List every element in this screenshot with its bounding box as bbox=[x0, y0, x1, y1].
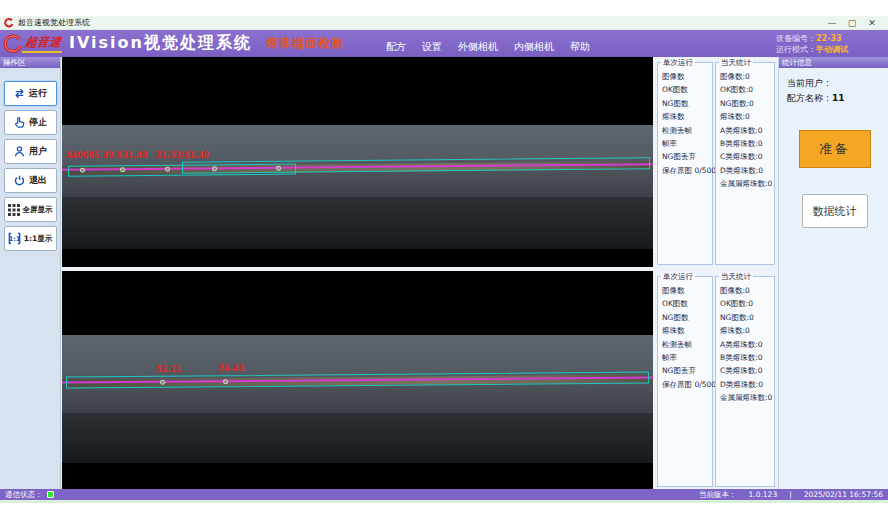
statusbar-separator: | bbox=[789, 490, 792, 499]
stat-value: 0 bbox=[745, 72, 750, 81]
stat-label: A类熔珠数: bbox=[720, 126, 758, 135]
stat-label: B类熔珠数: bbox=[720, 139, 758, 148]
stat-value: 0 bbox=[758, 139, 763, 148]
status-bar: 通信状态： 当前版本： 1.0.123 | 2025/02/11 16:57:5… bbox=[0, 489, 888, 500]
stat-label: NG图数 bbox=[662, 313, 688, 322]
stat-label: 图像数: bbox=[720, 286, 745, 295]
stat-value: 0 bbox=[758, 152, 763, 161]
close-icon[interactable]: ✕ bbox=[862, 18, 882, 28]
device-no-label: 设备编号： bbox=[776, 33, 816, 44]
menu-bar: 配方设置外侧相机内侧相机帮助 bbox=[386, 34, 590, 54]
current-user-label: 当前用户： bbox=[787, 78, 832, 88]
exit-icon bbox=[13, 174, 26, 187]
daily-stats-groupbox: 当天统计 图像数:0OK图数:0NG图数:0熔珠数:0A类熔珠数:0B类熔珠数:… bbox=[715, 62, 775, 265]
stat-label: 图像数 bbox=[662, 286, 685, 295]
menu-item[interactable]: 内侧相机 bbox=[514, 40, 554, 54]
stat-label: D类熔珠数: bbox=[720, 166, 758, 175]
user-icon bbox=[13, 145, 26, 158]
stat-row: NG图丢弃 bbox=[662, 150, 712, 163]
stat-label: 熔珠数 bbox=[662, 112, 685, 121]
minimize-icon[interactable]: — bbox=[822, 18, 842, 28]
stat-row: 图像数 bbox=[662, 70, 712, 83]
stat-value: 0 bbox=[758, 166, 763, 175]
stat-row: D类熔珠数:0 bbox=[720, 378, 774, 391]
stat-label: NG图丢弃 bbox=[662, 366, 696, 375]
stat-label: NG图数 bbox=[662, 99, 688, 108]
fullscreen-icon bbox=[8, 204, 20, 216]
stat-label: 检测丢帧 bbox=[662, 340, 692, 349]
stat-value: 0/500 bbox=[694, 380, 716, 389]
operation-sidebar: 操作区 运行 停止 bbox=[0, 57, 61, 489]
stat-label: 金属屑熔珠数: bbox=[720, 179, 768, 188]
stat-row: 检测丢帧 bbox=[662, 338, 712, 351]
fullscreen-button[interactable]: 全屏显示 bbox=[4, 197, 57, 222]
user-button[interactable]: 用户 bbox=[4, 139, 57, 164]
stat-value: 0 bbox=[748, 85, 753, 94]
stat-value: 0 bbox=[758, 340, 763, 349]
menu-item[interactable]: 配方 bbox=[386, 40, 406, 54]
device-no-value: 22-33 bbox=[816, 33, 860, 44]
data-stats-button[interactable]: 数据统计 bbox=[802, 194, 868, 228]
stats-block-camera2: 单次运行 图像数OK图数NG图数熔珠数检测丢帧帧率NG图丢弃保存原图 0/500… bbox=[655, 271, 777, 489]
camera1-shadow-band bbox=[62, 197, 653, 249]
stat-label: 熔珠数: bbox=[720, 112, 745, 121]
brand-swirl-icon bbox=[3, 34, 23, 54]
stat-label: 金属屑熔珠数: bbox=[720, 393, 768, 402]
stat-label: 熔珠数: bbox=[720, 326, 745, 335]
bead-marker bbox=[160, 380, 165, 385]
run-mode-label: 运行模式： bbox=[776, 44, 816, 55]
stat-value: 0 bbox=[749, 313, 754, 322]
app-logo-icon bbox=[4, 18, 14, 28]
run-label: 运行 bbox=[29, 87, 47, 100]
bead-marker bbox=[276, 166, 281, 171]
stat-row: 熔珠数 bbox=[662, 324, 712, 337]
statistics-column: 单次运行 图像数OK图数NG图数熔珠数检测丢帧帧率NG图丢弃保存原图 0/500… bbox=[655, 57, 777, 489]
camera2-shadow-band bbox=[62, 413, 653, 463]
stat-row: A类熔珠数:0 bbox=[720, 338, 774, 351]
stat-label: 图像数: bbox=[720, 72, 745, 81]
stat-label: OK图数 bbox=[662, 85, 688, 94]
outer-camera-view[interactable]: 440085.39.531.4931.53/41.49 bbox=[62, 57, 653, 267]
window-title: 超音速视觉处理系统 bbox=[18, 17, 90, 28]
stat-row: NG图数 bbox=[662, 97, 712, 110]
stat-label: NG图丢弃 bbox=[662, 152, 696, 161]
menu-item[interactable]: 设置 bbox=[422, 40, 442, 54]
measurement-overlay: 440085.39.531.4931.53/41.49 bbox=[66, 151, 217, 160]
stat-label: OK图数 bbox=[662, 299, 688, 308]
stat-row: B类熔珠数:0 bbox=[720, 351, 774, 364]
stat-row: 保存原图 0/500 bbox=[662, 164, 712, 177]
exit-button[interactable]: 退出 bbox=[4, 168, 57, 193]
one-to-one-button[interactable]: 1:1 1:1显示 bbox=[4, 226, 57, 251]
daily-stats-title: 当天统计 bbox=[719, 272, 753, 281]
stat-value: 0/500 bbox=[694, 166, 716, 175]
sidebar-title: 操作区 bbox=[0, 57, 60, 68]
stop-icon bbox=[13, 116, 26, 129]
window-bottom-edge bbox=[0, 500, 888, 503]
ready-button[interactable]: 准备 bbox=[799, 130, 871, 168]
stat-label: C类熔珠数: bbox=[720, 366, 758, 375]
stat-row: OK图数:0 bbox=[720, 83, 774, 96]
bead-marker bbox=[212, 166, 217, 171]
stat-label: 图像数 bbox=[662, 72, 685, 81]
menu-item[interactable]: 外侧相机 bbox=[458, 40, 498, 54]
version-value: 1.0.123 bbox=[749, 490, 778, 499]
one-to-one-icon: 1:1 bbox=[8, 232, 21, 245]
run-button[interactable]: 运行 bbox=[4, 81, 57, 106]
stat-value: 0 bbox=[745, 286, 750, 295]
maximize-icon[interactable]: ▢ bbox=[842, 18, 862, 28]
inner-camera-view[interactable]: 53.11 56.43 bbox=[62, 271, 653, 489]
comm-status-label: 通信状态： bbox=[5, 490, 43, 500]
one-to-one-label: 1:1显示 bbox=[24, 234, 52, 244]
stat-label: NG图数: bbox=[720, 99, 749, 108]
stat-label: 保存原图 bbox=[662, 380, 694, 389]
menu-item[interactable]: 帮助 bbox=[570, 40, 590, 54]
stat-row: NG图数:0 bbox=[720, 311, 774, 324]
stat-label: 熔珠数 bbox=[662, 326, 685, 335]
stop-button[interactable]: 停止 bbox=[4, 110, 57, 135]
stat-label: 保存原图 bbox=[662, 166, 694, 175]
svg-text:1:1: 1:1 bbox=[8, 235, 20, 243]
stat-row: 熔珠数:0 bbox=[720, 110, 774, 123]
stat-row: 保存原图 0/500 bbox=[662, 378, 712, 391]
single-run-groupbox: 单次运行 图像数OK图数NG图数熔珠数检测丢帧帧率NG图丢弃保存原图 0/500 bbox=[657, 276, 713, 487]
stat-value: 0 bbox=[745, 326, 750, 335]
